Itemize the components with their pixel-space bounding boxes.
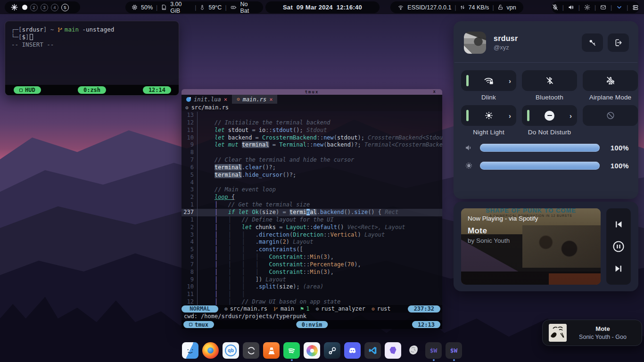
- code-line: 237 │ if let Ok(size) = terminal.backend…: [182, 209, 442, 216]
- line-number: 1: [182, 216, 198, 224]
- notification-album-thumb: [549, 324, 567, 342]
- dock-item-obs: [243, 342, 259, 361]
- nvim-window-pill[interactable]: 0:nvim: [296, 321, 328, 328]
- vscode-icon[interactable]: [364, 342, 381, 359]
- obsidian-icon[interactable]: [385, 342, 401, 359]
- cwd-line: cwd: /home/srdusr/projects/typerpunk: [182, 313, 442, 320]
- tmux-clock-pill: 12:13: [412, 321, 440, 328]
- chevron-right-icon[interactable]: ›: [570, 112, 572, 119]
- code-editor[interactable]: 1312 // Initialize the terminal backend1…: [182, 111, 442, 305]
- volume-icon[interactable]: [568, 4, 575, 11]
- code-line: 10 let backend = CrosstermBackend::new(s…: [182, 134, 442, 142]
- pause-button[interactable]: [611, 239, 626, 254]
- line-number: 3: [182, 231, 198, 239]
- sun-icon: [484, 111, 494, 120]
- network-speed: 74 KB/s: [469, 4, 489, 11]
- code-line: 8: [182, 149, 442, 156]
- vlc-icon[interactable]: [263, 342, 280, 359]
- toggle-airplane-mode[interactable]: [583, 70, 638, 91]
- file-manager-icon[interactable]: [182, 342, 198, 359]
- steam-icon[interactable]: [324, 342, 340, 359]
- line-number: 10: [182, 283, 198, 291]
- workspace-indicator-3[interactable]: 3: [41, 4, 48, 11]
- terminal-clock-pill: 12:14: [143, 86, 171, 94]
- code-line: 12 // Initialize the terminal backend: [182, 119, 442, 127]
- firefox-icon[interactable]: [202, 342, 219, 359]
- toggle-dlink[interactable]: ›: [461, 70, 516, 91]
- mail-icon[interactable]: [600, 4, 607, 10]
- logout-button[interactable]: [608, 33, 629, 52]
- line-number: 5: [182, 246, 198, 254]
- sliders: 100%100%: [454, 136, 638, 170]
- editor-tab-init.lua[interactable]: init.lua×: [182, 95, 232, 104]
- line-number: 6: [182, 254, 198, 261]
- terminal-window[interactable]: ┌─[srdusr] ~ main -unstaged └─[$] -- INS…: [5, 21, 179, 96]
- window-close-button[interactable]: x: [433, 89, 436, 94]
- brightness-slider[interactable]: [480, 162, 600, 170]
- avatar[interactable]: [464, 32, 486, 54]
- zsh-window-pill[interactable]: 0:zsh: [78, 86, 106, 94]
- blocked-icon: [606, 111, 615, 120]
- wallet-1-icon[interactable]: $W: [425, 342, 442, 359]
- hud-pill[interactable]: HUD: [14, 86, 41, 94]
- toggle-label: Night Light: [473, 129, 504, 136]
- tab-close-icon[interactable]: ×: [269, 96, 272, 103]
- tmux-window-titlebar: tmux x: [182, 89, 442, 95]
- track-artist: by Sonic Youth: [468, 237, 538, 244]
- network-speed-icon: [460, 4, 465, 10]
- media-player-panel: SHAPE OF PUNK TO COME A CHIMERICAL BOMBI…: [454, 202, 638, 291]
- breadcrumb: ⚙ src/main.rs: [182, 104, 442, 111]
- tmux-editor-window[interactable]: tmux x init.lua×⚙main.rs× ⚙ src/main.rs …: [182, 89, 442, 329]
- line-number: 11: [182, 127, 198, 134]
- tab-close-icon[interactable]: ×: [224, 96, 227, 103]
- mic-muted-icon[interactable]: [552, 4, 559, 11]
- trash-icon[interactable]: [405, 342, 421, 359]
- workspace-indicator-1[interactable]: [22, 5, 27, 10]
- dnd-icon: [545, 111, 554, 121]
- toggle-blocked[interactable]: [583, 105, 638, 126]
- workspace-indicator-5[interactable]: 5: [61, 4, 69, 11]
- vpn-lock-icon: [497, 4, 504, 10]
- toggle-do-not-disturb[interactable]: ›: [522, 105, 577, 126]
- user-handle: @xyz: [494, 44, 518, 51]
- editor-tab-main.rs[interactable]: ⚙main.rs×: [232, 95, 277, 104]
- discord-icon[interactable]: [344, 342, 361, 359]
- code-line: 1 │ │ // Define layout for the UI: [182, 216, 442, 224]
- memory-value: 3.00 GiB: [170, 1, 191, 14]
- logo-asterisk-icon[interactable]: [11, 4, 18, 11]
- workspace-indicator-2[interactable]: 2: [30, 4, 38, 11]
- code-line: 9 │ │ │ ]) Layout: [182, 276, 442, 284]
- active-indicator: [466, 110, 469, 121]
- notification-body: Sonic Youth - Goo: [567, 334, 639, 340]
- toggle-bluetooth[interactable]: [522, 70, 577, 91]
- code-line: 13: [182, 112, 442, 119]
- workspace-indicator-4[interactable]: 4: [51, 4, 58, 11]
- tmux-session-pill[interactable]: tmux: [183, 321, 214, 328]
- chevron-right-icon[interactable]: ›: [509, 77, 511, 84]
- photos-icon[interactable]: [304, 342, 320, 359]
- chevron-down-icon[interactable]: [616, 4, 623, 10]
- diagnostic-flag-icon: ⚑: [300, 305, 304, 312]
- settings-icon[interactable]: [584, 4, 591, 11]
- obs-icon[interactable]: [243, 342, 259, 359]
- previous-track-button[interactable]: [611, 217, 626, 231]
- spotify-icon[interactable]: [283, 342, 300, 359]
- clock-pill[interactable]: Sat 09 Mar 2024 12:16:40: [265, 1, 380, 13]
- next-track-button[interactable]: [611, 262, 626, 276]
- vpn-label: vpn: [507, 4, 516, 11]
- line-number: 12: [182, 119, 198, 127]
- deck-icon[interactable]: [632, 4, 639, 11]
- terminal-tmux-bar: HUD 0:zsh 12:14: [5, 85, 179, 95]
- vi-mode-indicator: -- INSERT --: [11, 41, 54, 48]
- qbittorrent-icon[interactable]: qb: [223, 342, 239, 359]
- toggle-night-light[interactable]: ›: [461, 105, 516, 126]
- chevron-right-icon[interactable]: ›: [509, 112, 511, 119]
- line-number: 12: [182, 298, 198, 305]
- git-branch-icon: [58, 27, 63, 33]
- brightness-icon: [464, 161, 473, 170]
- album-art-card[interactable]: SHAPE OF PUNK TO COME A CHIMERICAL BOMBI…: [461, 208, 601, 285]
- keyring-button[interactable]: [582, 33, 603, 52]
- wallet-2-icon[interactable]: $W: [446, 342, 462, 359]
- volume-slider[interactable]: [480, 144, 600, 152]
- code-line: 6 terminal.clear()?;: [182, 164, 442, 172]
